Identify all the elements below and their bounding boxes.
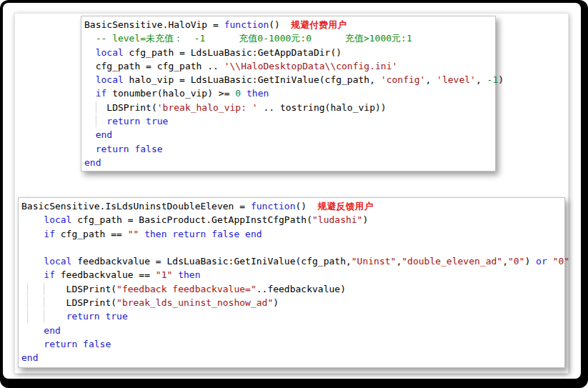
code-line: return false <box>84 142 495 156</box>
keyword-token: or <box>536 256 547 267</box>
keyword-token: if <box>96 88 107 99</box>
code-line: local halo_vip = LdsLuaBasic:GetIniValue… <box>84 73 495 86</box>
code-line: if feedbackvalue == "1" then <box>21 268 564 282</box>
keyword-token: end <box>21 352 38 363</box>
code-line <box>21 241 564 254</box>
code-line: -- level=未充值： -1 充值0-1000元:0 充值>1000元:1 <box>84 31 495 45</box>
code-token <box>21 229 44 239</box>
keyword-token: return <box>66 311 100 322</box>
string-token: "break_lds_uninst_noshow_ad" <box>116 297 273 308</box>
code-line: local cfg_path = LdsLuaBasic:GetAppDataD… <box>84 46 495 59</box>
string-token: "0" <box>553 256 569 267</box>
keyword-token: then <box>246 88 269 99</box>
keyword-token: local <box>44 214 71 225</box>
screenshot-frame: BasicSensitive.HaloVip = function() 规避付费… <box>0 0 588 388</box>
code-token: halo_vip = LdsLuaBasic:GetIniValue(cfg_p… <box>124 74 381 85</box>
string-token: "Uninst" <box>352 256 397 267</box>
code-line: BasicSensitive.IsLdsUninstDoubleEleven =… <box>21 199 564 213</box>
keyword-token: end <box>84 157 101 168</box>
keyword-token: return <box>172 229 206 239</box>
code-panel-halo-vip: BasicSensitive.HaloVip = function() 规避付费… <box>81 16 496 171</box>
code-token: ) <box>524 256 536 267</box>
string-token: "ludashi" <box>312 214 362 225</box>
code-line: end <box>21 351 564 364</box>
keyword-token: local <box>96 47 124 58</box>
indent-guide <box>27 297 28 309</box>
code-line: end <box>84 128 495 141</box>
keyword-token: then <box>144 229 166 239</box>
code-token: feedbackvalue = LdsLuaBasic:GetIniValue(… <box>71 256 351 267</box>
code-token: , <box>502 256 508 267</box>
keyword-token: false <box>134 144 162 154</box>
code-token: cfg_path = BasicProduct.GetAppInstCfgPat… <box>71 214 312 225</box>
code-line: return false <box>21 337 564 351</box>
code-token: , <box>476 74 487 85</box>
code-token <box>84 88 96 99</box>
code-token: cfg_path = cfg_path .. <box>84 61 224 71</box>
code-token <box>84 129 96 140</box>
indent-guide <box>27 310 28 322</box>
code-line: cfg_path = cfg_path .. '\\HaloDesktopDat… <box>84 59 495 73</box>
keyword-token: return <box>96 144 129 154</box>
code-line: LDSPrint("break_lds_uninst_noshow_ad") <box>21 296 564 309</box>
code-line: local feedbackvalue = LdsLuaBasic:GetIni… <box>21 254 564 268</box>
indent-guide <box>96 101 96 114</box>
code-token <box>241 88 246 99</box>
indent-guide <box>96 115 96 127</box>
code-line: end <box>21 324 564 337</box>
code-token <box>21 214 44 225</box>
keyword-token: true <box>146 116 168 126</box>
keyword-token: local <box>44 256 71 267</box>
keyword-token: if <box>44 269 55 280</box>
string-token: 'level' <box>437 74 476 85</box>
keyword-token: then <box>178 269 200 280</box>
indent-guide <box>44 310 44 322</box>
annotation-token: 规避反馈用户 <box>318 201 374 212</box>
keyword-token: return <box>106 116 140 126</box>
code-token <box>21 269 44 280</box>
keyword-token: false <box>211 229 239 239</box>
code-panel-uninst-double-eleven: BasicSensitive.IsLdsUninstDoubleEleven =… <box>18 197 565 368</box>
code-line: LDSPrint('break_halo_vip: ' .. tostring(… <box>84 101 495 114</box>
string-token: "1" <box>156 269 172 280</box>
keyword-token: function <box>224 19 269 30</box>
code-token <box>84 144 96 154</box>
code-token: , <box>425 74 437 85</box>
keyword-token: return <box>44 339 77 349</box>
code-line: return true <box>84 114 495 128</box>
code-token <box>239 229 245 239</box>
indent-guide <box>27 283 28 295</box>
keyword-token: false <box>83 339 111 349</box>
keyword-token: if <box>44 229 55 239</box>
code-token: () <box>269 19 291 30</box>
string-token: "" <box>128 229 139 239</box>
code-token <box>21 256 44 267</box>
code-line: LDSPrint("feedback feedbackvalue="..feed… <box>21 282 564 296</box>
string-token: "0" <box>508 256 524 267</box>
indent-guide <box>44 283 44 295</box>
code-line: local cfg_path = BasicProduct.GetAppInst… <box>21 213 564 227</box>
code-token <box>21 339 44 349</box>
keyword-token: end <box>44 325 60 336</box>
code-token: LDSPrint( <box>21 297 116 308</box>
keyword-token: end <box>96 129 112 140</box>
string-token: 'config' <box>381 74 426 85</box>
code-line: end <box>84 156 495 169</box>
code-token <box>21 325 44 336</box>
number-token: -1 <box>487 74 499 85</box>
code-token <box>84 47 96 58</box>
code-token: cfg_path = LdsLuaBasic:GetAppDataDir() <box>124 47 342 58</box>
code-token: LDSPrint( <box>21 284 116 294</box>
code-token <box>140 116 146 126</box>
code-token: tonumber(halo_vip) >= <box>106 88 235 99</box>
keyword-token: true <box>105 311 127 322</box>
code-token: .. tostring(halo_vip)) <box>258 102 387 113</box>
code-line: BasicSensitive.HaloVip = function() 规避付费… <box>84 18 495 31</box>
keyword-token: local <box>96 74 124 85</box>
code-token <box>206 229 211 239</box>
code-token <box>84 74 96 85</box>
code-token: () <box>296 201 318 212</box>
code-token <box>172 269 178 280</box>
code-token <box>547 256 553 267</box>
code-token: feedbackvalue == <box>55 269 156 280</box>
